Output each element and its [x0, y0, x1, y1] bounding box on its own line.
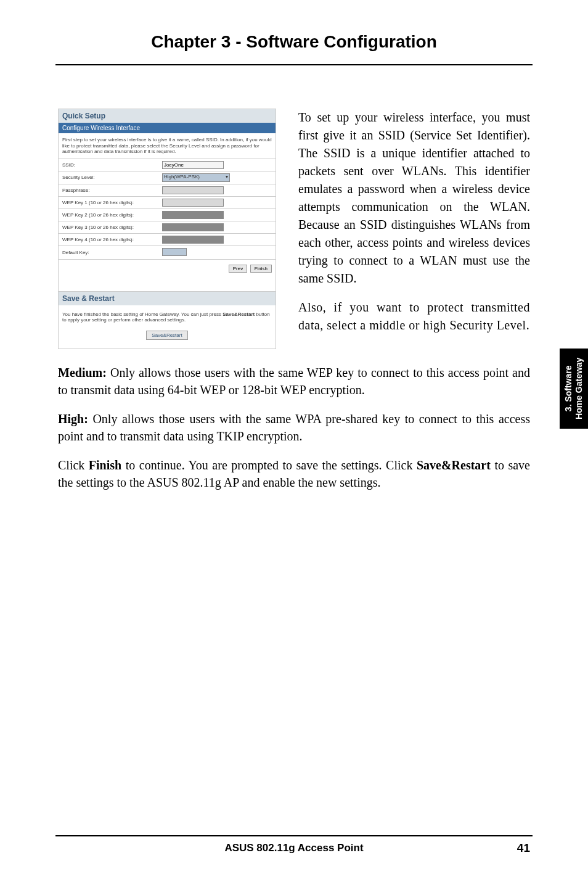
ssid-label: SSID: [59, 159, 158, 171]
top-section: Quick Setup Configure Wireless Interface… [58, 109, 530, 349]
medium-text: Only allows those users with the same WE… [58, 366, 530, 397]
table-row: Default Key: [59, 245, 276, 259]
save-restart-heading: Save & Restart [59, 291, 276, 305]
wep-key-2-label: WEP Key 2 (10 or 26 hex digits): [59, 208, 158, 221]
body-text: Medium: Only allows those users with the… [58, 364, 530, 491]
table-row: WEP Key 4 (10 or 26 hex digits): [59, 233, 276, 245]
finish-button[interactable]: Finish [250, 265, 272, 273]
wep-key-4-label: WEP Key 4 (10 or 26 hex digits): [59, 233, 158, 245]
wep-key-4-input[interactable] [162, 236, 224, 244]
high-text: Only allows those users with the same WP… [58, 412, 530, 443]
paragraph: Also, if you want to protect transmitted… [298, 299, 530, 334]
table-row: WEP Key 1 (10 or 26 hex digits): [59, 196, 276, 208]
side-tab: 3. Software Home Gateway [560, 349, 588, 429]
content: Quick Setup Configure Wireless Interface… [0, 65, 588, 491]
paragraph-finish: Click Finish to continue. You are prompt… [58, 456, 530, 492]
paragraph: To set up your wireless interface, you m… [298, 109, 530, 287]
table-row: Security Level: High(WPA-PSK) [59, 171, 276, 184]
side-tab-line1: 3. Software [563, 366, 573, 412]
page-header: Chapter 3 - Software Configuration [0, 0, 588, 58]
default-key-label: Default Key: [59, 245, 158, 259]
security-level-label: Security Level: [59, 171, 158, 184]
save-restart-button[interactable]: Save&Restart [146, 331, 187, 340]
high-label: High: [58, 412, 88, 426]
table-row: WEP Key 3 (10 or 26 hex digits): [59, 221, 276, 233]
wep-key-3-label: WEP Key 3 (10 or 26 hex digits): [59, 221, 158, 233]
table-row: SSID: [59, 159, 276, 171]
wizard-buttons: Prev Finish [59, 259, 276, 278]
embedded-screenshot: Quick Setup Configure Wireless Interface… [58, 109, 276, 349]
prev-button[interactable]: Prev [229, 265, 247, 273]
page-footer: ASUS 802.11g Access Point 41 [0, 835, 588, 855]
table-row: WEP Key 2 (10 or 26 hex digits): [59, 208, 276, 221]
passphrase-label: Passphrase: [59, 184, 158, 196]
paragraph-high: High: Only allows those users with the s… [58, 410, 530, 445]
right-column-text: To set up your wireless interface, you m… [298, 109, 530, 349]
settings-table: SSID: Security Level: High(WPA-PSK) Pass… [59, 159, 276, 259]
wep-key-3-input[interactable] [162, 223, 224, 231]
medium-label: Medium: [58, 366, 107, 379]
footer-product: ASUS 802.11g Access Point [83, 842, 505, 854]
table-row: Passphrase: [59, 184, 276, 196]
passphrase-input[interactable] [162, 186, 224, 194]
wep-key-1-label: WEP Key 1 (10 or 26 hex digits): [59, 196, 158, 208]
paragraph-medium: Medium: Only allows those users with the… [58, 364, 530, 399]
default-key-select[interactable] [162, 248, 187, 256]
ssid-input[interactable] [162, 161, 224, 169]
chapter-title: Chapter 3 - Software Configuration [0, 32, 588, 52]
finish-label: Finish [89, 458, 121, 472]
save-restart-label: Save&Restart [417, 458, 491, 472]
configure-wireless-heading: Configure Wireless Interface [59, 123, 276, 133]
save-restart-text: You have finished the basic setting of H… [62, 311, 272, 323]
security-level-select[interactable]: High(WPA-PSK) [162, 173, 230, 182]
side-tab-line2: Home Gateway [574, 358, 584, 419]
quick-setup-intro: First step to set your wireless interfac… [59, 133, 276, 159]
wep-key-2-input[interactable] [162, 211, 224, 219]
page-number: 41 [505, 841, 530, 855]
quick-setup-heading: Quick Setup [59, 109, 276, 123]
footer-rule [55, 835, 533, 836]
wep-key-1-input[interactable] [162, 199, 224, 207]
save-restart-body: You have finished the basic setting of H… [59, 305, 276, 349]
